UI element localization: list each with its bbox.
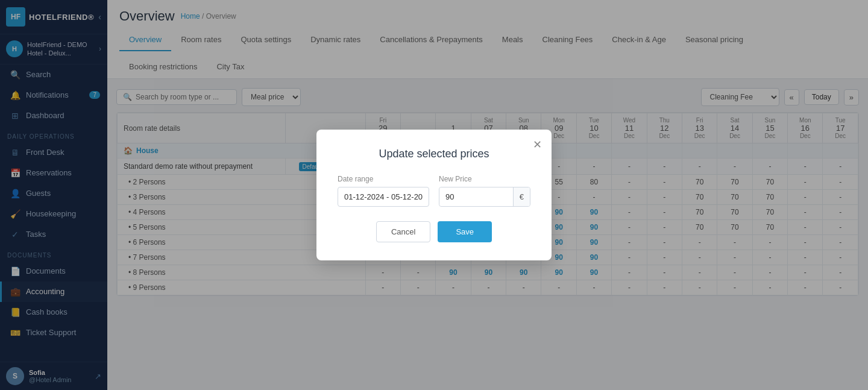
modal-title: Update selected prices	[338, 148, 530, 160]
currency-symbol: €	[513, 187, 530, 206]
modal-overlay: ✕ Update selected prices Date range New …	[0, 0, 868, 390]
date-range-field: Date range	[338, 175, 429, 207]
date-range-input[interactable]	[338, 187, 429, 207]
modal-actions: Cancel Save	[338, 221, 530, 242]
modal-fields: Date range New Price €	[338, 175, 530, 207]
modal-close-button[interactable]: ✕	[533, 138, 542, 151]
new-price-label: New Price	[439, 175, 530, 183]
date-range-label: Date range	[338, 175, 429, 183]
update-prices-modal: ✕ Update selected prices Date range New …	[316, 130, 552, 260]
save-button[interactable]: Save	[438, 221, 492, 242]
new-price-field: New Price €	[439, 175, 530, 207]
price-input-wrapper: €	[439, 187, 530, 207]
cancel-button[interactable]: Cancel	[376, 221, 430, 242]
new-price-input[interactable]	[439, 187, 513, 206]
